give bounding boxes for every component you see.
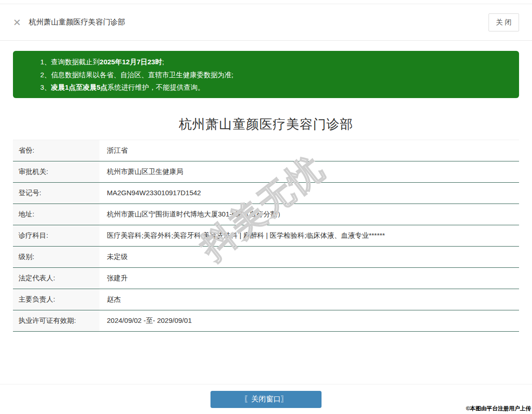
row-label: 审批机关: [13, 161, 99, 182]
row-value: 杭州市萧山区宁围街道时代博地大厦301-6室（自行分割） [99, 204, 519, 225]
notice-text: 查询数据截止到 [51, 58, 99, 66]
institution-info-table: 省份: 浙江省 审批机关: 杭州市萧山区卫生健康局 登记号: MA2GN94W2… [13, 140, 519, 332]
notice-item: 1、查询数据截止到2025年12月7日23时; [40, 56, 510, 68]
notice-number: 1、 [40, 58, 51, 66]
copyright-notice: ©本图由平台注册用户上传 [466, 405, 531, 413]
row-value: 2024/09/02 -至- 2029/09/01 [99, 310, 519, 331]
row-label: 地址: [13, 204, 99, 225]
table-row: 省份: 浙江省 [13, 140, 519, 161]
header-bar: ✕ 杭州萧山童颜医疗美容门诊部 关 闭 [0, 4, 532, 41]
row-label: 法定代表人: [13, 268, 99, 289]
license-detail-page: ✕ 杭州萧山童颜医疗美容门诊部 关 闭 1、查询数据截止到2025年12月7日2… [0, 0, 532, 414]
close-window-button[interactable]: 〖关闭窗口〗 [210, 391, 322, 408]
row-value: 杭州市萧山区卫生健康局 [99, 161, 519, 182]
row-label: 级别: [13, 247, 99, 267]
table-row: 审批机关: 杭州市萧山区卫生健康局 [13, 161, 519, 183]
row-value: MA2GN94W233010917D1542 [99, 183, 519, 204]
row-value: 赵杰 [99, 289, 519, 310]
close-icon[interactable]: ✕ [13, 18, 21, 27]
notice-number: 3、 [40, 83, 51, 91]
row-label: 省份: [13, 140, 99, 161]
notice-item: 2、信息数据结果以各省、自治区、直辖市卫生健康委数据为准; [40, 68, 510, 81]
row-label: 登记号: [13, 183, 99, 204]
row-value: 浙江省 [99, 140, 519, 161]
institution-title: 杭州萧山童颜医疗美容门诊部 [0, 116, 532, 133]
row-value: 未定级 [99, 247, 519, 267]
notice-text: ; [162, 58, 164, 66]
row-value: 张建升 [99, 268, 519, 289]
notice-text: 系统进行维护，不能提供查询。 [107, 83, 204, 91]
row-label: 诊疗科目: [13, 225, 99, 246]
notice-number: 2、 [40, 71, 51, 79]
close-button[interactable]: 关 闭 [489, 13, 519, 31]
table-row: 登记号: MA2GN94W233010917D1542 [13, 183, 519, 204]
notice-bold-text: 2025年12月7日23时 [99, 58, 162, 66]
page-title: 杭州萧山童颜医疗美容门诊部 [29, 18, 125, 27]
notice-bold-text: 凌晨1点至凌晨5点 [51, 83, 107, 91]
table-row: 诊疗科目: 医疗美容科;美容外科;美容牙科;美容皮肤科 | 麻醉科 | 医学检验… [13, 225, 519, 247]
table-row: 地址: 杭州市萧山区宁围街道时代博地大厦301-6室（自行分割） [13, 204, 519, 225]
notice-item: 3、凌晨1点至凌晨5点系统进行维护，不能提供查询。 [40, 81, 510, 94]
table-row: 级别: 未定级 [13, 247, 519, 268]
row-label: 主要负责人: [13, 289, 99, 310]
table-row: 法定代表人: 张建升 [13, 268, 519, 289]
row-label: 执业许可证有效期: [13, 310, 99, 331]
notice-banner: 1、查询数据截止到2025年12月7日23时; 2、信息数据结果以各省、自治区、… [13, 51, 519, 98]
row-value: 医疗美容科;美容外科;美容牙科;美容皮肤科 | 麻醉科 | 医学检验科;临床体液… [99, 225, 519, 246]
footer-divider [0, 384, 532, 384]
notice-text: 信息数据结果以各省、自治区、直辖市卫生健康委数据为准; [51, 71, 233, 79]
table-row: 主要负责人: 赵杰 [13, 289, 519, 310]
table-row: 执业许可证有效期: 2024/09/02 -至- 2029/09/01 [13, 310, 519, 332]
